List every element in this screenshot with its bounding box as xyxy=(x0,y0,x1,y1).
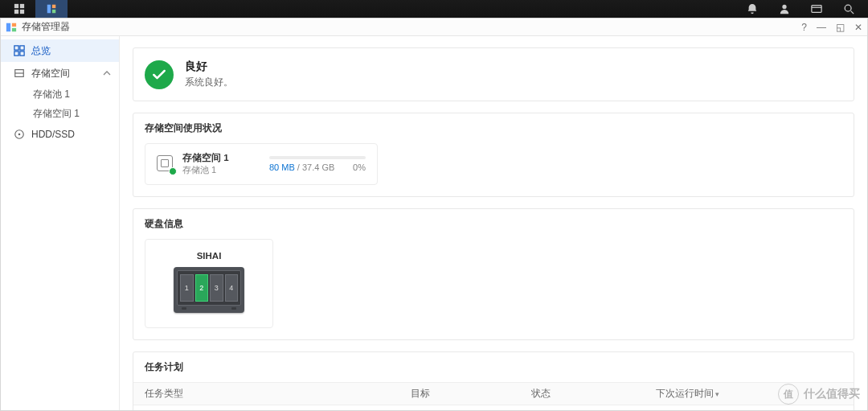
taskbar-widgets-icon[interactable] xyxy=(800,0,833,18)
disk-icon xyxy=(14,129,25,140)
drive-bay-1[interactable]: 1 xyxy=(180,274,194,302)
status-panel: 良好 系统良好。 xyxy=(133,47,854,101)
drives-section-title: 硬盘信息 xyxy=(133,209,854,239)
close-button[interactable]: ✕ xyxy=(854,22,862,33)
sidebar-item-label: HDD/SSD xyxy=(31,129,75,140)
status-title: 良好 xyxy=(185,60,233,74)
usage-bar xyxy=(269,156,366,159)
sidebar-item-storage[interactable]: 存储空间 xyxy=(1,62,119,84)
taskbar-storage-button[interactable] xyxy=(35,0,68,18)
svg-rect-5 xyxy=(52,5,55,8)
sidebar-item-pool-1[interactable]: 存储池 1 xyxy=(1,84,119,104)
main-content: 良好 系统良好。 存储空间使用状况 存储空间 1 存储池 1 xyxy=(120,36,867,410)
overview-icon xyxy=(14,45,25,56)
usage-total: 37.4 GB xyxy=(302,162,334,172)
drive-bay-4[interactable]: 4 xyxy=(225,274,239,302)
drive-bay-2[interactable]: 2 xyxy=(195,274,209,302)
drive-bay-3[interactable]: 3 xyxy=(210,274,223,302)
col-task-type[interactable]: 任务类型 xyxy=(133,383,399,405)
chevron-up-icon xyxy=(103,69,111,77)
status-subtitle: 系统良好。 xyxy=(185,76,233,89)
svg-rect-6 xyxy=(52,10,55,13)
taskbar-user-icon[interactable] xyxy=(768,0,800,18)
pool-name: 存储池 1 xyxy=(182,164,229,176)
svg-rect-2 xyxy=(14,10,18,14)
volume-card[interactable]: 存储空间 1 存储池 1 80 MB / 37.4 GB 0% xyxy=(145,143,378,185)
svg-rect-4 xyxy=(47,5,51,14)
svg-point-7 xyxy=(782,5,786,9)
svg-rect-13 xyxy=(12,23,16,26)
col-target[interactable]: 目标 xyxy=(399,383,520,405)
sidebar: 总览 存储空间 存储池 1 存储空间 1 HDD/SSD xyxy=(1,36,120,410)
storage-manager-window: 存储管理器 ? — ◱ ✕ 总览 存储空间 存储池 1 存储空间 1 HDD/S… xyxy=(0,18,868,411)
svg-rect-18 xyxy=(20,51,24,55)
drives-panel: 硬盘信息 SIHAI 1234 xyxy=(133,208,854,340)
watermark: 值 什么值得买 xyxy=(778,384,860,405)
svg-rect-17 xyxy=(14,51,18,55)
help-button[interactable]: ? xyxy=(801,22,807,33)
storage-icon xyxy=(14,68,25,79)
system-taskbar xyxy=(0,0,868,18)
storage-manager-icon xyxy=(6,22,17,33)
status-ok-icon xyxy=(145,60,174,89)
sidebar-item-label: 存储空间 xyxy=(31,67,70,80)
sidebar-item-volume-1[interactable]: 存储空间 1 xyxy=(1,104,119,123)
volume-name: 存储空间 1 xyxy=(182,152,229,164)
maximize-button[interactable]: ◱ xyxy=(836,22,845,33)
taskbar-apps-button[interactable] xyxy=(3,0,35,18)
minimize-button[interactable]: — xyxy=(817,22,826,33)
tasks-table: 任务类型 目标 状态 下次运行时间 S.M.A.R.T. 快速测试硬盘 2已就绪… xyxy=(133,382,854,410)
svg-line-11 xyxy=(851,11,854,14)
svg-rect-8 xyxy=(812,6,821,13)
svg-rect-15 xyxy=(14,46,18,50)
taskbar-notify-icon[interactable] xyxy=(736,0,768,18)
svg-rect-3 xyxy=(20,10,24,14)
svg-rect-12 xyxy=(6,23,10,31)
tasks-section-title: 任务计划 xyxy=(133,352,854,382)
taskbar-search-icon[interactable] xyxy=(833,0,865,18)
sidebar-item-hdd-ssd[interactable]: HDD/SSD xyxy=(1,123,119,146)
usage-percent: 0% xyxy=(353,162,366,172)
svg-point-22 xyxy=(18,134,21,136)
drive-chassis: 1234 xyxy=(174,267,244,313)
table-row[interactable]: S.M.A.R.T. 快速测试硬盘 2已就绪2022-09-24 xyxy=(133,405,854,411)
usage-used: 80 MB xyxy=(269,162,295,172)
usage-panel: 存储空间使用状况 存储空间 1 存储池 1 xyxy=(133,113,854,197)
svg-rect-0 xyxy=(14,4,18,8)
tasks-panel: 任务计划 任务类型 目标 状态 下次运行时间 S.M.A.R.T. 快速测试硬盘… xyxy=(133,351,854,410)
drive-device-card[interactable]: SIHAI 1234 xyxy=(145,239,273,328)
window-titlebar: 存储管理器 ? — ◱ ✕ xyxy=(1,18,867,36)
svg-rect-14 xyxy=(12,27,16,31)
svg-rect-1 xyxy=(20,4,24,8)
volume-icon xyxy=(157,155,174,173)
sidebar-item-overview[interactable]: 总览 xyxy=(1,39,119,62)
svg-point-10 xyxy=(845,5,851,11)
sidebar-item-label: 总览 xyxy=(31,44,51,58)
usage-section-title: 存储空间使用状况 xyxy=(133,113,854,143)
svg-rect-16 xyxy=(20,46,24,50)
col-status[interactable]: 状态 xyxy=(520,383,645,405)
device-name: SIHAI xyxy=(197,251,222,261)
window-title: 存储管理器 xyxy=(22,20,801,34)
